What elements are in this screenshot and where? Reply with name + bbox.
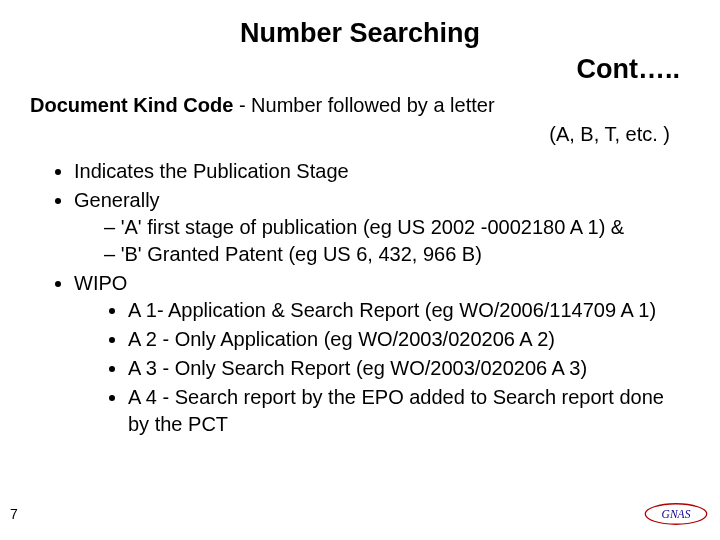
wipo-a4: A 4 - Search report by the EPO added to … <box>128 386 664 435</box>
list-item: Indicates the Publication Stage <box>74 158 690 185</box>
list-item: Generally 'A' first stage of publication… <box>74 187 690 268</box>
slide-title-line2: Cont….. <box>0 54 680 85</box>
page-number: 7 <box>10 506 18 522</box>
list-item: A 2 - Only Application (eg WO/2003/02020… <box>128 326 690 353</box>
kind-code-desc: - Number followed by a letter <box>233 94 494 116</box>
sub-a: 'A' first stage of publication (eg US 20… <box>121 216 625 238</box>
logo-text: GNAS <box>662 508 691 520</box>
list-item: 'A' first stage of publication (eg US 20… <box>104 214 690 241</box>
slide-title-line1: Number Searching <box>0 18 720 49</box>
wipo-a2: A 2 - Only Application (eg WO/2003/02020… <box>128 328 555 350</box>
kind-code-intro: Document Kind Code - Number followed by … <box>30 92 690 119</box>
slide-body: Document Kind Code - Number followed by … <box>30 92 690 440</box>
wipo-a1: A 1- Application & Search Report (eg WO/… <box>128 299 656 321</box>
list-item: A 3 - Only Search Report (eg WO/2003/020… <box>128 355 690 382</box>
wipo-a3: A 3 - Only Search Report (eg WO/2003/020… <box>128 357 587 379</box>
list-item: 'B' Granted Patent (eg US 6, 432, 966 B) <box>104 241 690 268</box>
bullet-wipo: WIPO <box>74 272 127 294</box>
bullet-pub-stage: Indicates the Publication Stage <box>74 160 349 182</box>
kind-code-label: Document Kind Code <box>30 94 233 116</box>
list-item: A 4 - Search report by the EPO added to … <box>128 384 690 438</box>
slide: Number Searching Cont….. Document Kind C… <box>0 0 720 540</box>
bullet-list: Indicates the Publication Stage Generall… <box>30 158 690 438</box>
bullet-generally: Generally <box>74 189 160 211</box>
kind-code-examples: (A, B, T, etc. ) <box>30 121 690 148</box>
list-item: A 1- Application & Search Report (eg WO/… <box>128 297 690 324</box>
sublist-wipo: A 1- Application & Search Report (eg WO/… <box>74 297 690 438</box>
brand-logo: GNAS <box>644 500 708 528</box>
sub-b: 'B' Granted Patent (eg US 6, 432, 966 B) <box>121 243 482 265</box>
sublist-generally: 'A' first stage of publication (eg US 20… <box>74 214 690 268</box>
logo-icon: GNAS <box>644 500 708 528</box>
list-item: WIPO A 1- Application & Search Report (e… <box>74 270 690 438</box>
